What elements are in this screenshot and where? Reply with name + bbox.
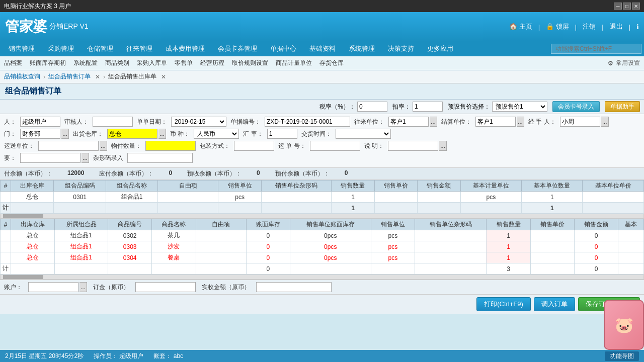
nav-more[interactable]: 更多应用 (421, 43, 459, 55)
nav-sales[interactable]: 销售管理 (3, 43, 41, 55)
subnav-category[interactable]: 商品类别 (105, 59, 129, 67)
nav-warehouse[interactable]: 仓储管理 (81, 43, 119, 55)
discount-input[interactable] (413, 102, 443, 112)
status-bar: 2月15日 星期五 20时45分2秒 操作员： 超级用户 账套： abc 功能导… (0, 350, 644, 362)
minimize-btn[interactable]: ─ (614, 3, 622, 10)
currency-select[interactable]: 人民币 (194, 129, 239, 139)
date-select[interactable]: 2019-02-15 (171, 117, 226, 127)
breadcrumb-close-1[interactable]: ✕ (95, 73, 100, 80)
barcode-input[interactable] (127, 153, 193, 163)
title-bar: 电脑行业解决方案 3 用户 ─ □ ✕ (0, 0, 644, 12)
settleunit-input[interactable] (475, 117, 516, 127)
table-row[interactable]: 总仓 组合品1 0303 沙发 0 0pcs pcs 1 0 (1, 241, 644, 252)
shipno-input[interactable] (310, 141, 360, 151)
sep2: | (575, 23, 577, 31)
audit-label: 审核人： (64, 118, 89, 126)
nav-decision[interactable]: 决策支持 (382, 43, 420, 55)
exchange-label: 汇 率： (243, 130, 263, 138)
tounit-input[interactable] (388, 117, 429, 127)
breadcrumb: 品销模板查询 › 组合品销售订单 ✕ › 组合品销售出库单 ✕ (0, 70, 644, 83)
shipping-dots-btn[interactable]: … (100, 141, 107, 151)
remark-input[interactable] (388, 141, 438, 151)
print-btn[interactable]: 打印(Ctrl+F9) (476, 297, 531, 311)
subnav-retail[interactable]: 零售单 (175, 59, 193, 67)
require-input[interactable] (20, 153, 80, 163)
pack-input[interactable] (234, 141, 274, 151)
main-search-input[interactable] (551, 44, 641, 54)
func-map-btn[interactable]: 功能导图 (610, 352, 634, 359)
import-order-btn[interactable]: 调入订单 (534, 297, 575, 311)
nav-vouchers[interactable]: 单据中心 (264, 43, 302, 55)
order-input[interactable] (135, 282, 196, 292)
require-dots-btn[interactable]: … (82, 153, 89, 163)
settleunit-dots-btn[interactable]: … (517, 117, 524, 127)
subnav-warehouse[interactable]: 存货仓库 (319, 59, 344, 67)
partsqty-input[interactable] (145, 141, 196, 151)
audit-input[interactable] (93, 117, 133, 127)
subnav-uom[interactable]: 商品计量单位 (276, 59, 312, 67)
receive-label: 应付余额（本币）： (99, 169, 153, 178)
close-btn[interactable]: ✕ (632, 3, 640, 10)
exit-link[interactable]: 退出 (610, 22, 623, 31)
subnav-archive[interactable]: 品档案 (4, 59, 22, 67)
subnav-po[interactable]: 采购入库单 (137, 59, 167, 67)
status-date: 2月15日 星期五 20时45分2秒 (5, 352, 84, 360)
advance-label: 预收余额（本币）： (187, 169, 242, 178)
nav-purchase[interactable]: 采购管理 (42, 43, 80, 55)
tounit-dots-btn[interactable]: … (430, 117, 437, 127)
bot-th-9: 销售单位杂形码 (415, 219, 487, 230)
restore-btn[interactable]: □ (623, 3, 631, 10)
handler-label: 经 手 人： (528, 118, 556, 126)
subnav-price[interactable]: 取价规则设置 (232, 59, 268, 67)
account-input[interactable] (28, 282, 78, 292)
require-label: 要： (4, 154, 16, 162)
nav-cost[interactable]: 成本费用管理 (159, 43, 211, 55)
handler-dots-btn[interactable]: … (601, 117, 609, 127)
shipping-input[interactable] (38, 141, 99, 151)
account-dots-btn[interactable]: … (79, 282, 87, 292)
top-th-10: 基本计量单位 (460, 180, 521, 192)
tradedate-select[interactable] (336, 129, 391, 139)
breadcrumb-close-2[interactable]: ✕ (161, 73, 166, 80)
info-link[interactable]: ℹ (636, 23, 639, 31)
table-row[interactable]: 总仓 组合品1 0304 餐桌 0 0pcs pcs 1 0 (1, 252, 644, 263)
subnav-config[interactable]: 系统配置 (73, 59, 98, 67)
breadcrumb-item-0[interactable]: 品销模板查询 (4, 72, 40, 81)
lock-link[interactable]: 🔒 锁屏 (546, 22, 569, 31)
nav-member[interactable]: 会员卡券管理 (212, 43, 263, 55)
subnav-history[interactable]: 经营历程 (200, 59, 224, 67)
breadcrumb-item-1[interactable]: 组合品销售订单 (48, 72, 91, 81)
sep4: | (629, 23, 630, 31)
doc-helper-btn[interactable]: 单据助手 (605, 101, 640, 112)
handler-input[interactable] (560, 117, 600, 127)
bot-th-8: 销售单位 (371, 219, 415, 230)
nav-basic[interactable]: 基础资料 (303, 43, 342, 55)
nav-system[interactable]: 系统管理 (343, 43, 381, 55)
logout-link[interactable]: 注销 (583, 22, 596, 31)
person-input[interactable] (20, 117, 60, 127)
table-row[interactable]: 总仓 0301 组合品1 pcs 1 pcs 1 (1, 192, 644, 203)
bottom-table-total-row: 计 0 3 0 (1, 263, 644, 275)
bot-th-3: 商品编号 (108, 219, 151, 230)
tounit-label: 往来单位： (354, 118, 384, 126)
docno-input[interactable] (265, 117, 350, 127)
account-sys-value: abc (174, 352, 183, 359)
nav-transactions[interactable]: 往来管理 (120, 43, 158, 55)
table-row[interactable]: 总仓 组合品1 0302 茶几 0 0pcs pcs 1 0 (1, 230, 644, 241)
gear-icon: ⚙ (608, 60, 613, 67)
dept-dots-btn[interactable]: … (61, 129, 69, 139)
common-settings-label[interactable]: 常用设置 (616, 59, 640, 67)
subnav-stock-init[interactable]: 账面库存期初 (30, 59, 66, 67)
member-card-btn[interactable]: 会员卡号录入 (552, 101, 600, 112)
warehouse-dots-btn[interactable]: … (158, 129, 166, 139)
remark-dots-btn[interactable]: … (439, 141, 447, 151)
home-link[interactable]: 🏠 主页 (509, 22, 532, 31)
actual-input[interactable] (256, 282, 332, 292)
warehouse-input[interactable] (107, 129, 157, 139)
dept-input[interactable] (20, 129, 60, 139)
tax-input[interactable] (357, 102, 387, 112)
price-select[interactable]: 预设售价1 (492, 102, 547, 112)
top-th-1: 出库仓库 (11, 180, 54, 192)
exchange-input[interactable] (267, 129, 297, 139)
price-label: 预设售价选择： (448, 103, 490, 111)
